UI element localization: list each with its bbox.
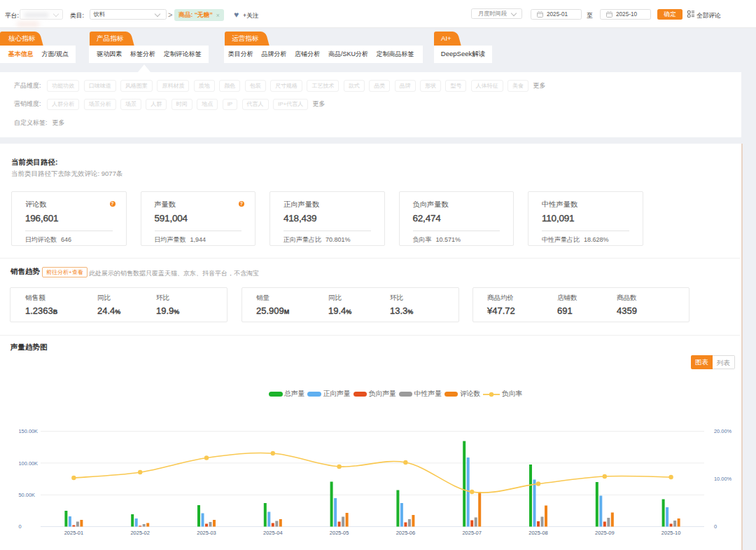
svg-text:2025-02: 2025-02 (130, 530, 150, 536)
svg-text:2025-07: 2025-07 (462, 530, 482, 536)
svg-text:2025-05: 2025-05 (330, 530, 349, 536)
svg-text:0: 0 (19, 523, 22, 530)
svg-text:20.00%: 20.00% (714, 428, 732, 434)
svg-text:2025-04: 2025-04 (263, 530, 283, 536)
svg-text:2025-10: 2025-10 (662, 530, 681, 536)
svg-text:2025-08: 2025-08 (528, 530, 548, 536)
svg-text:10.00%: 10.00% (714, 476, 732, 482)
svg-text:100.00K: 100.00K (19, 460, 38, 467)
svg-text:2025-03: 2025-03 (197, 530, 216, 536)
svg-text:150.00K: 150.00K (19, 428, 38, 434)
svg-text:2025-09: 2025-09 (595, 530, 615, 536)
svg-text:50.00K: 50.00K (19, 492, 35, 498)
svg-text:0: 0 (714, 523, 717, 530)
svg-text:2025-01: 2025-01 (64, 530, 84, 536)
svg-text:2025-06: 2025-06 (396, 530, 416, 536)
